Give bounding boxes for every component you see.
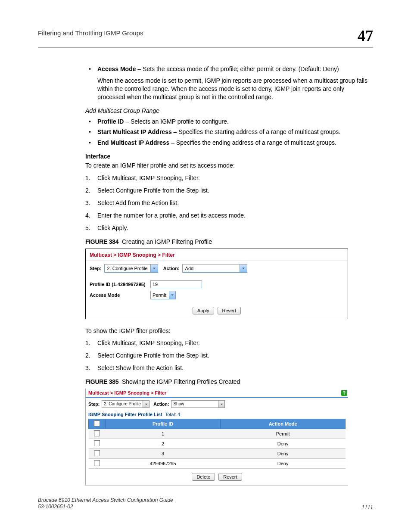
table-row: 1 Permit	[89, 429, 346, 439]
bullet-access-mode: Access Mode – Sets the access mode of th…	[85, 65, 373, 73]
interface-heading: Interface	[85, 153, 373, 160]
step1-3: Select Add from the Action list.	[85, 199, 373, 207]
fig385-action-value: Show	[171, 401, 218, 408]
row-checkbox[interactable]	[94, 460, 100, 466]
chevron-down-icon	[143, 401, 149, 408]
fig384-profileid-label: Profile ID (1-4294967295)	[90, 282, 148, 287]
fig385-table: Profile ID Action Mode 1 Permit 2 Deny 3…	[88, 419, 346, 469]
interface-lead: To create an IGMP filter profile and set…	[85, 162, 373, 170]
table-row: 4294967295 Deny	[89, 459, 346, 469]
fig385-total-label: Total:	[165, 412, 176, 417]
figure-385-title: Showing the IGMP Filtering Profiles Crea…	[122, 378, 240, 385]
step1-1: Click Multicast, IGMP Snooping, Filter.	[85, 174, 373, 182]
row-checkbox[interactable]	[94, 440, 100, 446]
figure-384-title: Creating an IGMP Filtering Profile	[122, 238, 212, 245]
fig384-accessmode-value: Permit	[151, 291, 169, 299]
fig385-action-select[interactable]: Show	[171, 400, 225, 408]
cell-action-mode: Deny	[221, 439, 346, 449]
fig384-step-select[interactable]: 2. Configure Profile	[104, 264, 158, 273]
fig385-breadcrumb: Multicast > IGMP Snooping > Filter	[88, 389, 166, 397]
step2-3: Select Show from the Action list.	[85, 364, 373, 372]
cell-profile-id: 2	[106, 439, 221, 449]
fig384-breadcrumb: Multicast > IGMP Snooping > Filter	[86, 249, 348, 261]
cell-action-mode: Permit	[221, 429, 346, 439]
figure-384: Multicast > IGMP Snooping > Filter Step:…	[85, 249, 348, 319]
bullet-profile-id: Profile ID – Selects an IGMP profile to …	[85, 118, 373, 126]
fig385-step-select[interactable]: 2. Configure Profile	[102, 400, 149, 408]
start-ip-label: Start Multicast IP Address	[97, 128, 172, 135]
step1-2: Select Configure Profile from the Step l…	[85, 187, 373, 195]
fig384-action-label: Action:	[163, 266, 180, 271]
select-all-checkbox[interactable]	[94, 420, 100, 426]
fig385-step-label: Step:	[88, 401, 100, 407]
header-title: Filtering and Throttling IGMP Groups	[38, 29, 143, 37]
page-header: Filtering and Throttling IGMP Groups 47	[38, 27, 373, 48]
fig384-step-label: Step:	[90, 266, 102, 271]
cell-profile-id: 1	[106, 429, 221, 439]
figure-384-label: FIGURE 384	[85, 238, 118, 245]
fig384-accessmode-select[interactable]: Permit	[150, 291, 176, 299]
fig385-action-label: Action:	[153, 401, 169, 407]
row-checkbox[interactable]	[94, 430, 100, 436]
figure-385-caption: FIGURE 385 Showing the IGMP Filtering Pr…	[85, 378, 373, 385]
access-mode-paragraph: When the access mode is set to permit, I…	[85, 77, 373, 101]
chevron-down-icon	[218, 401, 224, 408]
add-mgr-heading: Add Multicast Group Range	[85, 107, 373, 114]
bullet-end-ip: End Multicast IP Address – Specifies the…	[85, 139, 373, 147]
fig385-step-value: 2. Configure Profile	[102, 401, 143, 408]
fig384-action-value: Add	[183, 264, 240, 272]
page-footer: Brocade 6910 Ethernet Access Switch Conf…	[38, 497, 373, 510]
show-profiles-lead: To show the IGMP filter profiles:	[85, 327, 373, 335]
fig384-accessmode-label: Access Mode	[90, 292, 148, 298]
delete-button[interactable]: Delete	[192, 473, 215, 481]
chevron-down-icon	[240, 264, 247, 272]
row-checkbox[interactable]	[94, 450, 100, 456]
revert-button[interactable]: Revert	[218, 307, 241, 314]
fig385-list-heading: IGMP Snooping Filter Profile List Total:…	[86, 410, 348, 419]
chevron-down-icon	[169, 291, 175, 299]
fig385-total-value: 4	[177, 412, 180, 417]
figure-385: Multicast > IGMP Snooping > Filter ? Ste…	[85, 389, 348, 485]
bullet-start-ip: Start Multicast IP Address – Specifies t…	[85, 128, 373, 136]
cell-profile-id: 3	[106, 449, 221, 459]
table-row: 2 Deny	[89, 439, 346, 449]
cell-profile-id: 4294967295	[106, 459, 221, 469]
end-ip-label: End Multicast IP Address	[97, 139, 169, 146]
chapter-number: 47	[358, 27, 373, 45]
fig384-step-value: 2. Configure Profile	[105, 264, 150, 272]
page-number: 1111	[361, 504, 373, 510]
step1-4: Enter the number for a profile, and set …	[85, 212, 373, 220]
footer-line2: 53-1002651-02	[38, 504, 173, 510]
fig384-profileid-input[interactable]	[150, 280, 202, 288]
fig384-action-select[interactable]: Add	[182, 264, 247, 273]
fig385-list-title: IGMP Snooping Filter Profile List	[88, 412, 162, 417]
profile-id-desc: – Selects an IGMP profile to configure.	[124, 118, 228, 125]
access-mode-desc: – Sets the access mode of the profile; e…	[136, 65, 339, 72]
figure-385-label: FIGURE 385	[85, 378, 118, 385]
footer-line1: Brocade 6910 Ethernet Access Switch Conf…	[38, 497, 173, 504]
apply-button[interactable]: Apply	[193, 307, 214, 314]
figure-384-caption: FIGURE 384 Creating an IGMP Filtering Pr…	[85, 238, 373, 245]
chevron-down-icon	[150, 264, 158, 272]
cell-action-mode: Deny	[221, 449, 346, 459]
step2-2: Select Configure Profile from the Step l…	[85, 352, 373, 360]
revert-button[interactable]: Revert	[218, 473, 242, 481]
col-action-mode: Action Mode	[221, 419, 346, 429]
col-profile-id: Profile ID	[106, 419, 221, 429]
step1-5: Click Apply.	[85, 224, 373, 232]
cell-action-mode: Deny	[221, 459, 346, 469]
help-icon[interactable]: ?	[341, 390, 347, 396]
start-ip-desc: – Specifies the starting address of a ra…	[172, 128, 340, 135]
profile-id-label: Profile ID	[97, 118, 124, 125]
access-mode-label: Access Mode	[97, 65, 136, 72]
end-ip-desc: – Specifies the ending address of a rang…	[169, 139, 336, 146]
table-row: 3 Deny	[89, 449, 346, 459]
step2-1: Click Multicast, IGMP Snooping, Filter.	[85, 339, 373, 347]
